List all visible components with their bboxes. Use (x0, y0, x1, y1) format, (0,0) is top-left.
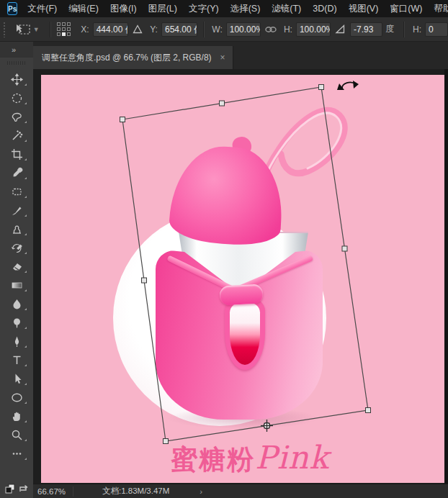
menu-help[interactable]: 帮助(H) (434, 3, 448, 15)
main-row: » (0, 42, 448, 498)
keyhole-liquid (230, 302, 260, 365)
h-skew-input[interactable]: 0 (425, 22, 448, 37)
menu-select[interactable]: 选择(S) (230, 3, 261, 15)
poster-title: 蜜糖粉Pink (142, 439, 358, 478)
relative-position-icon[interactable] (133, 24, 143, 34)
status-bar: 66.67% 文档:1.83M/3.47M › (33, 484, 448, 498)
ref-top-left[interactable] (57, 22, 61, 26)
ref-bottom-center[interactable] (62, 32, 66, 36)
document-area: 调整任意角度.psd @ 66.7% (图层 2, RGB/8) × (33, 42, 448, 498)
edit-toolbar-ellipsis[interactable] (0, 444, 33, 463)
x-label: X: (81, 24, 89, 35)
ref-center[interactable] (62, 27, 66, 31)
ref-bottom-left[interactable] (57, 32, 61, 36)
angle-input[interactable]: -7.93 (350, 22, 382, 37)
poster-title-cn: 蜜糖粉 (171, 443, 255, 475)
dock-grip[interactable] (7, 60, 26, 65)
width-label: W: (212, 24, 222, 35)
separator (73, 486, 73, 497)
dock-bottom (5, 484, 29, 497)
menu-layer[interactable]: 图层(L) (148, 3, 177, 15)
ref-top-center[interactable] (62, 22, 66, 26)
crop-tool[interactable] (0, 145, 33, 163)
move-tool[interactable] (0, 70, 33, 89)
marquee-tool[interactable] (0, 89, 33, 107)
menu-edit[interactable]: 编辑(E) (68, 3, 99, 15)
y-input[interactable]: 654.00 像素 (161, 22, 197, 37)
gradient-tool[interactable] (0, 276, 33, 294)
dodge-tool[interactable] (0, 313, 33, 332)
document-canvas[interactable]: 蜜糖粉Pink (41, 75, 444, 483)
hand-tool[interactable] (0, 407, 33, 425)
menu-window[interactable]: 窗口(W) (390, 3, 422, 15)
menu-filter[interactable]: 滤镜(T) (272, 3, 301, 15)
ref-top-right[interactable] (67, 22, 71, 26)
zoom-tool[interactable] (0, 425, 33, 444)
document-tab[interactable]: 调整任意角度.psd @ 66.7% (图层 2, RGB/8) × (33, 46, 233, 69)
patch-tool[interactable] (0, 182, 33, 201)
menu-type[interactable]: 文字(Y) (189, 3, 219, 15)
x-input[interactable]: 444.00 像素 (93, 22, 129, 37)
separator (203, 22, 204, 37)
h-skew-label: H: (413, 24, 421, 35)
angle-unit-label: 度 (385, 23, 394, 35)
ref-mid-right[interactable] (67, 27, 71, 31)
height-input[interactable]: 100.00% (296, 22, 331, 37)
tab-bar: 调整任意角度.psd @ 66.7% (图层 2, RGB/8) × (33, 42, 448, 69)
brush-tool[interactable] (0, 201, 33, 219)
y-label: Y: (150, 24, 158, 35)
blur-tool[interactable] (0, 294, 33, 313)
height-label: H: (284, 24, 292, 35)
close-tab-icon[interactable]: × (220, 53, 225, 63)
canvas-right-edge (444, 69, 448, 484)
status-options-chevron[interactable]: › (200, 487, 202, 496)
separator (403, 22, 404, 37)
ref-mid-left[interactable] (57, 27, 61, 31)
photoshop-logo[interactable]: Ps (7, 2, 17, 15)
menu-3d[interactable]: 3D(D) (313, 4, 336, 14)
options-grip[interactable] (3, 22, 6, 37)
width-input[interactable]: 100.00% (226, 22, 261, 37)
lasso-tool[interactable] (0, 107, 33, 126)
eraser-tool[interactable] (0, 257, 33, 276)
sleeve-keyhole (225, 296, 265, 370)
ref-bottom-right[interactable] (67, 32, 71, 36)
poster-title-en: Pink (255, 439, 329, 476)
separator (50, 22, 50, 37)
swap-colors-icon[interactable] (18, 484, 29, 497)
tool-dock: » (0, 42, 33, 498)
reference-point-locator[interactable] (57, 22, 71, 36)
path-select-tool[interactable] (0, 369, 33, 388)
canvas-region: 蜜糖粉Pink (33, 69, 448, 484)
clone-stamp-tool[interactable] (0, 219, 33, 238)
magic-wand-tool[interactable] (0, 126, 33, 145)
collapse-panel-chevrons[interactable]: » (0, 42, 33, 58)
shape-tool[interactable] (0, 388, 33, 407)
type-tool[interactable] (0, 350, 33, 369)
document-size-info[interactable]: 文档:1.83M/3.47M (102, 486, 169, 497)
sleeve-button-tab (219, 284, 263, 305)
zoom-level-field[interactable]: 66.67% (33, 487, 73, 496)
options-bar: ▼ X: 444.00 像素 Y: 654.00 像素 W: 100.00% (0, 17, 448, 42)
chevron-down-icon[interactable]: ▼ (33, 26, 40, 33)
menu-view[interactable]: 视图(V) (349, 3, 379, 15)
rotate-angle-icon (335, 24, 346, 34)
history-brush-tool[interactable] (0, 238, 33, 257)
menu-image[interactable]: 图像(I) (110, 3, 137, 15)
color-swatches-icon[interactable] (5, 484, 15, 497)
maintain-aspect-ratio-icon[interactable] (265, 26, 277, 33)
document-tab-title: 调整任意角度.psd @ 66.7% (图层 2, RGB/8) (42, 52, 212, 64)
pen-tool[interactable] (0, 332, 33, 350)
photoshop-window: Ps 文件(F) 编辑(E) 图像(I) 图层(L) 文字(Y) 选择(S) 滤… (0, 0, 448, 498)
menu-bar: Ps 文件(F) 编辑(E) 图像(I) 图层(L) 文字(Y) 选择(S) 滤… (0, 0, 448, 17)
eyedropper-tool[interactable] (0, 163, 33, 182)
transform-tool-icon (14, 22, 32, 37)
menu-file[interactable]: 文件(F) (27, 3, 57, 15)
